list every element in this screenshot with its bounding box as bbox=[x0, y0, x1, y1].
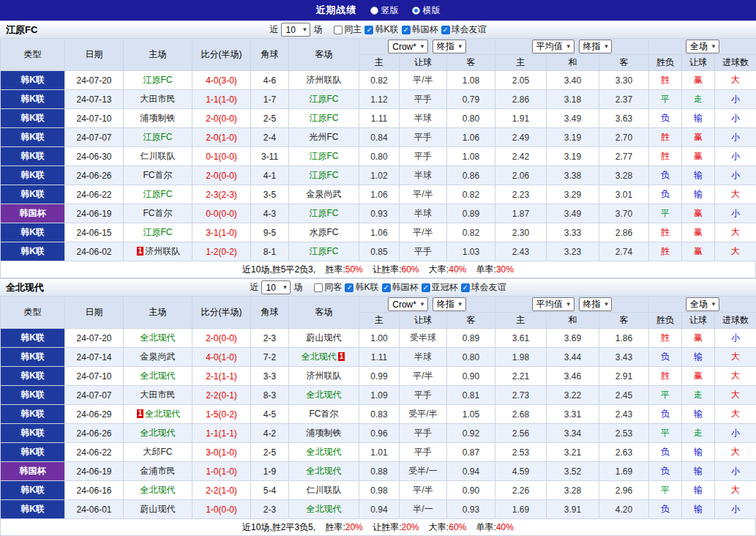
euro-away-odds: 3.30 bbox=[599, 71, 649, 90]
radio-label: 竖版 bbox=[381, 4, 399, 17]
result-goals: 小 bbox=[715, 109, 756, 128]
team-name-text: 大邱FC bbox=[143, 447, 173, 457]
filter-matches-label: 场 bbox=[293, 281, 302, 294]
same-venue-checkbox[interactable]: 同主 bbox=[334, 23, 362, 36]
bookmaker-index-select[interactable]: 终指▼ bbox=[433, 297, 466, 311]
date-cell: 24-07-10 bbox=[65, 109, 124, 128]
competition-checkbox-0[interactable]: 韩K联 bbox=[345, 281, 378, 294]
average-select[interactable]: 平均值▼ bbox=[532, 297, 575, 311]
euro-home-odds: 2.86 bbox=[495, 90, 547, 109]
corner-cell: 4-3 bbox=[251, 204, 289, 223]
recent-count-select[interactable]: 10 ▼ bbox=[281, 23, 310, 37]
average-select[interactable]: 平均值▼ bbox=[532, 40, 575, 53]
team-name-text: 江原FC bbox=[310, 246, 339, 256]
select-value: Crow* bbox=[392, 42, 416, 52]
col-header-handicap-home: 主 bbox=[359, 313, 400, 329]
result-outcome: 胜 bbox=[649, 242, 682, 261]
type-cell: 韩K联 bbox=[1, 166, 65, 185]
competition-checkbox-1[interactable]: 韩国杯 bbox=[382, 281, 419, 294]
handicap-line: 半球 bbox=[400, 204, 447, 223]
checkbox-label: 韩国杯 bbox=[412, 23, 438, 36]
competition-checkbox-3[interactable]: 球会友谊 bbox=[461, 281, 506, 294]
home-team-cell: 金浦市民 bbox=[124, 462, 192, 481]
euro-home-odds: 2.73 bbox=[495, 386, 547, 405]
select-value: 10 bbox=[266, 283, 275, 293]
bookmaker-select[interactable]: Crow*▼ bbox=[388, 40, 428, 53]
handicap-away-odds: 0.82 bbox=[447, 185, 495, 204]
result-goals: 小 bbox=[715, 204, 756, 223]
result-outcome: 平 bbox=[649, 481, 682, 500]
checkbox-checked-icon bbox=[382, 283, 391, 292]
competition-checkbox-0[interactable]: 韩K联 bbox=[364, 23, 398, 36]
chevron-down-icon: ▼ bbox=[604, 43, 610, 50]
team-name-text: 金泉尚武 bbox=[141, 351, 176, 362]
away-team-cell: 江原FC bbox=[289, 166, 359, 185]
checkbox-label: 韩K联 bbox=[355, 281, 378, 294]
scope-select[interactable]: 全场▼ bbox=[686, 40, 719, 53]
checkbox-checked-icon bbox=[345, 283, 353, 292]
home-team-cell: 江原FC bbox=[124, 128, 192, 147]
team-name-text: FC首尔 bbox=[143, 170, 173, 180]
euro-draw-odds: 3.38 bbox=[547, 166, 599, 185]
col-header-score: 比分(半场) bbox=[192, 297, 251, 329]
handicap-odds-group-header: Crow*▼ 终指▼ bbox=[359, 39, 495, 55]
score-cell: 4-0(3-0) bbox=[192, 71, 251, 90]
summary-record: 近10场,胜2平3负5, bbox=[242, 522, 315, 532]
euro-draw-odds: 3.34 bbox=[547, 424, 599, 443]
handicap-away-odds: 1.05 bbox=[447, 405, 495, 424]
handicap-home-odds: 0.82 bbox=[359, 71, 400, 90]
same-venue-checkbox[interactable]: 同客 bbox=[314, 281, 342, 294]
euro-home-odds: 2.42 bbox=[495, 147, 547, 166]
corner-cell: 4-6 bbox=[251, 71, 289, 90]
checkbox-label: 同主 bbox=[344, 23, 362, 36]
competition-checkbox-1[interactable]: 韩国杯 bbox=[402, 23, 438, 36]
average-index-select[interactable]: 终指▼ bbox=[579, 40, 613, 53]
chevron-down-icon: ▼ bbox=[302, 26, 308, 33]
team-name-text: 大田市民 bbox=[141, 390, 176, 400]
result-handicap: 输 bbox=[682, 500, 715, 519]
chevron-down-icon: ▼ bbox=[457, 43, 463, 50]
result-outcome: 负 bbox=[649, 443, 682, 462]
handicap-home-odds: 1.02 bbox=[359, 166, 400, 185]
away-team-cell: 江原FC bbox=[289, 204, 359, 223]
recent-count-select[interactable]: 10 ▼ bbox=[261, 280, 291, 294]
euro-home-odds: 2.06 bbox=[495, 166, 547, 185]
summary-stat-value: 60% bbox=[401, 264, 419, 275]
handicap-home-odds: 1.06 bbox=[359, 185, 400, 204]
type-cell: 韩K联 bbox=[1, 329, 65, 348]
euro-home-odds: 2.53 bbox=[495, 443, 547, 462]
scope-select[interactable]: 全场▼ bbox=[686, 297, 719, 311]
filter-near-label: 近 bbox=[269, 23, 278, 36]
bookmaker-index-select[interactable]: 终指▼ bbox=[433, 40, 466, 53]
handicap-home-odds: 0.83 bbox=[359, 405, 400, 424]
result-goals: 小 bbox=[715, 500, 756, 519]
away-team-cell: 江原FC bbox=[289, 90, 359, 109]
team-name-text: 全北现代 bbox=[141, 428, 176, 438]
away-team-cell: 江原FC bbox=[289, 109, 359, 128]
layout-radio-vertical[interactable]: 竖版 bbox=[370, 4, 399, 17]
result-outcome: 负 bbox=[649, 348, 682, 367]
chevron-down-icon: ▼ bbox=[419, 301, 425, 308]
col-header-date: 日期 bbox=[65, 39, 124, 71]
date-cell: 24-06-26 bbox=[65, 166, 124, 185]
layout-radio-horizontal[interactable]: 横版 bbox=[412, 4, 441, 17]
euro-home-odds: 2.23 bbox=[495, 185, 547, 204]
euro-home-odds: 2.26 bbox=[495, 481, 547, 500]
euro-home-odds: 2.30 bbox=[495, 223, 547, 242]
euro-draw-odds: 3.29 bbox=[547, 185, 599, 204]
handicap-line: 平手 bbox=[400, 128, 447, 147]
summary-stat-value: 40% bbox=[449, 264, 466, 275]
competition-checkbox-2[interactable]: 球会友谊 bbox=[441, 23, 487, 36]
result-outcome: 胜 bbox=[649, 128, 682, 147]
euro-home-odds: 2.68 bbox=[495, 405, 547, 424]
col-header-handicap-away: 客 bbox=[447, 313, 495, 329]
competition-checkbox-2[interactable]: 亚冠杯 bbox=[422, 281, 458, 294]
result-handicap: 赢 bbox=[682, 242, 715, 261]
average-index-select[interactable]: 终指▼ bbox=[579, 297, 613, 311]
bookmaker-select[interactable]: Crow*▼ bbox=[388, 297, 428, 311]
date-cell: 24-07-07 bbox=[65, 386, 124, 405]
corner-cell: 4-1 bbox=[251, 166, 289, 185]
match-row: 韩K联24-07-20全北现代2-0(0-0)2-3蔚山现代1.00受半球0.8… bbox=[1, 329, 756, 348]
corner-cell: 4-2 bbox=[251, 424, 289, 443]
type-cell: 韩K联 bbox=[1, 367, 65, 386]
